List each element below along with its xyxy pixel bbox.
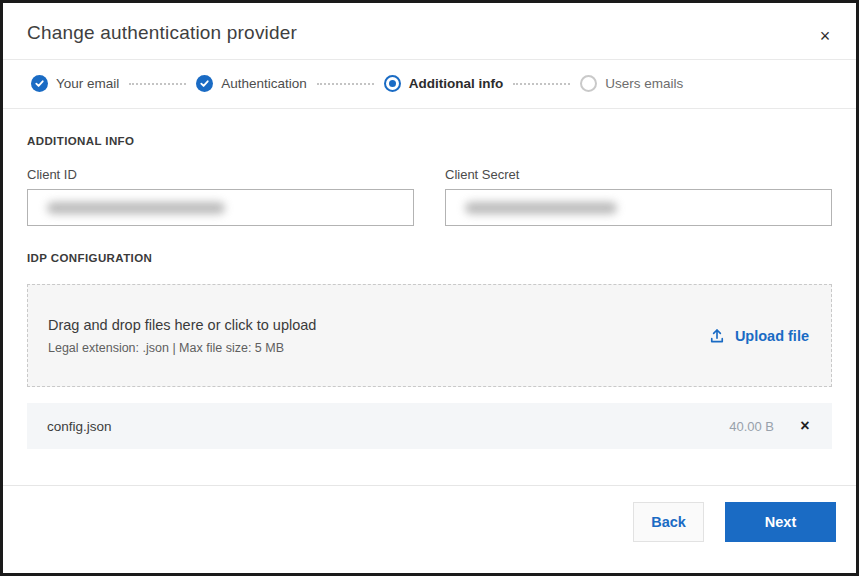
stepper-connector <box>129 83 186 85</box>
client-id-label: Client ID <box>27 167 414 182</box>
close-icon[interactable]: × <box>812 23 838 49</box>
radio-selected-icon <box>384 75 401 92</box>
stepper-connector <box>513 83 570 85</box>
step-label: Your email <box>56 76 119 91</box>
dropzone-title: Drag and drop files here or click to upl… <box>48 317 316 333</box>
page-title: Change authentication provider <box>27 22 832 44</box>
client-secret-field[interactable] <box>445 189 832 226</box>
stepper: Your email Authentication Additional inf… <box>3 60 856 109</box>
additional-info-section-title: ADDITIONAL INFO <box>27 135 832 147</box>
dropzone-hint: Legal extension: .json | Max file size: … <box>48 341 316 355</box>
next-button[interactable]: Next <box>725 502 836 542</box>
step-your-email[interactable]: Your email <box>31 75 119 92</box>
masked-client-secret-value <box>465 202 617 214</box>
check-circle-icon <box>196 75 213 92</box>
client-secret-label: Client Secret <box>445 167 832 182</box>
step-label: Authentication <box>221 76 307 91</box>
radio-empty-icon <box>580 75 597 92</box>
step-additional-info[interactable]: Additional info <box>384 75 503 92</box>
idp-configuration-section-title: IDP CONFIGURATION <box>27 252 832 264</box>
modal-body: ADDITIONAL INFO Client ID Client Secret … <box>3 109 856 485</box>
remove-file-icon[interactable]: × <box>794 415 816 437</box>
masked-client-id-value <box>47 202 225 214</box>
client-id-field[interactable] <box>27 189 414 226</box>
step-label: Additional info <box>409 76 503 91</box>
step-authentication[interactable]: Authentication <box>196 75 307 92</box>
client-secret-field-group: Client Secret <box>445 167 832 226</box>
step-users-emails[interactable]: Users emails <box>580 75 683 92</box>
step-label: Users emails <box>605 76 683 91</box>
upload-file-button-label: Upload file <box>735 328 809 344</box>
client-id-field-group: Client ID <box>27 167 414 226</box>
upload-file-button[interactable]: Upload file <box>708 327 809 345</box>
check-circle-icon <box>31 75 48 92</box>
uploaded-file-row: config.json 40.00 B × <box>27 403 832 449</box>
back-button[interactable]: Back <box>633 502 704 542</box>
uploaded-file-name: config.json <box>47 419 729 434</box>
uploaded-file-size: 40.00 B <box>729 419 774 434</box>
stepper-connector <box>317 83 374 85</box>
upload-icon <box>708 327 726 345</box>
change-auth-provider-modal: Change authentication provider × Your em… <box>0 0 859 576</box>
credential-fields-row: Client ID Client Secret <box>27 167 832 226</box>
file-dropzone[interactable]: Drag and drop files here or click to upl… <box>27 284 832 387</box>
dropzone-text: Drag and drop files here or click to upl… <box>48 317 316 355</box>
modal-header: Change authentication provider × <box>3 3 856 60</box>
modal-footer: Back Next <box>3 485 856 573</box>
